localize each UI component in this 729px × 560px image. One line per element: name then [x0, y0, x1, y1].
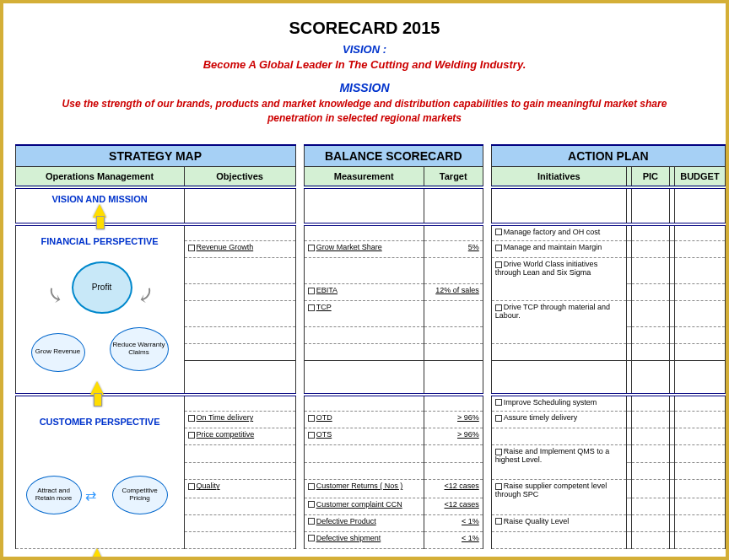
fin-meas-0: Grow Market Share	[304, 241, 424, 258]
cust-meas-4: Customer Returns ( Nos )	[304, 480, 424, 498]
fin-meas-1: EBITA	[304, 284, 424, 301]
cust-target-4: <12 cases	[424, 480, 483, 498]
fin-init-1: Manage and maintain Margin	[491, 241, 626, 258]
cust-init-6: Raise Quality Level	[491, 514, 626, 531]
financial-strategy-cell: FINANCIAL PERSPECTIVE Profit Grow Revenu…	[15, 224, 184, 395]
arrow-up-icon	[90, 548, 104, 560]
cust-meas-1: OTS	[304, 428, 424, 445]
strategy-header: STRATEGY MAP	[15, 145, 295, 167]
page-title: SCORECARD 2015	[27, 19, 702, 38]
pic-col-header: PIC	[631, 167, 669, 187]
fin-obj-0: Revenue Growth	[184, 241, 295, 258]
vision-label: VISION :	[27, 43, 702, 56]
vision-perspective-label: VISION AND MISSION	[21, 194, 179, 204]
cust-obj-0: On Time delivery	[184, 412, 295, 428]
fin-init-3: Drive TCP through material and Labour.	[491, 301, 626, 344]
cust-target-6: < 1%	[424, 514, 483, 531]
cust-init-1: Assure timely delivery	[491, 412, 626, 428]
cust-init-0: Improve Scheduling system	[491, 395, 626, 412]
cust-target-7: < 1%	[424, 531, 483, 548]
scorecard-grid: STRATEGY MAP BALANCE SCORECARD ACTION PL…	[3, 144, 726, 549]
curve-arrow-icon: ⤹	[132, 280, 159, 309]
comp-price-bubble: Competitive Pricing	[112, 476, 168, 514]
fin-init-2: Drive World Class initiatives through Le…	[491, 258, 626, 301]
fin-init-0: Manage factory and OH cost	[491, 224, 626, 241]
grow-revenue-bubble: Grow Revenue	[31, 333, 85, 372]
budget-col-header: BUDGET	[674, 167, 725, 187]
double-arrow-icon: ⇄	[85, 487, 96, 503]
curve-arrow-icon: ⤹	[41, 280, 68, 309]
target-col-header: Target	[424, 167, 483, 187]
financial-label: FINANCIAL PERSPECTIVE	[21, 236, 179, 246]
meas-col-header: Measurement	[304, 167, 424, 187]
cust-obj-1: Price competitive	[184, 428, 295, 445]
cust-obj-4: Quality	[184, 480, 295, 498]
balance-header: BALANCE SCORECARD	[304, 145, 483, 167]
reduce-warranty-bubble: Reduce Warranty Claims	[110, 327, 169, 371]
cust-target-5: <12 cases	[424, 498, 483, 514]
action-header: ACTION PLAN	[491, 145, 725, 167]
cust-meas-5: Customer complaint CCN	[304, 498, 424, 514]
vision-mission-cell: VISION AND MISSION	[15, 187, 184, 224]
fin-meas-2: TCP	[304, 301, 424, 327]
init-col-header: Initiatives	[491, 167, 626, 187]
profit-bubble: Profit	[72, 261, 132, 314]
vision-text: Become A Global Leader In The Cutting an…	[27, 58, 702, 71]
customer-strategy-cell: CUSTOMER PERSPECTIVE Attract and Retain …	[15, 395, 184, 549]
customer-label: CUSTOMER PERSPECTIVE	[21, 417, 179, 427]
fin-target-0: 5%	[424, 241, 483, 258]
arrow-up-icon	[21, 204, 179, 218]
cust-init-3: Raise and Implement QMS to a highest Lev…	[491, 445, 626, 480]
ops-col-header: Operations Management	[15, 167, 184, 187]
arrow-up-icon	[90, 381, 104, 395]
attract-bubble: Attract and Retain more	[26, 476, 82, 514]
obj-col-header: Objectives	[184, 167, 295, 187]
cust-target-1: > 96%	[424, 428, 483, 445]
cust-meas-7: Defective shipment	[304, 531, 424, 548]
cust-target-0: > 96%	[424, 412, 483, 428]
fin-target-1: 12% of sales	[424, 284, 483, 301]
cust-meas-0: OTD	[304, 412, 424, 428]
cust-meas-6: Defective Product	[304, 514, 424, 531]
cust-init-4: Raise supplier competent level through S…	[491, 480, 626, 514]
mission-text: Use the strength of our brands, products…	[27, 97, 702, 126]
mission-label: MISSION	[27, 81, 702, 94]
